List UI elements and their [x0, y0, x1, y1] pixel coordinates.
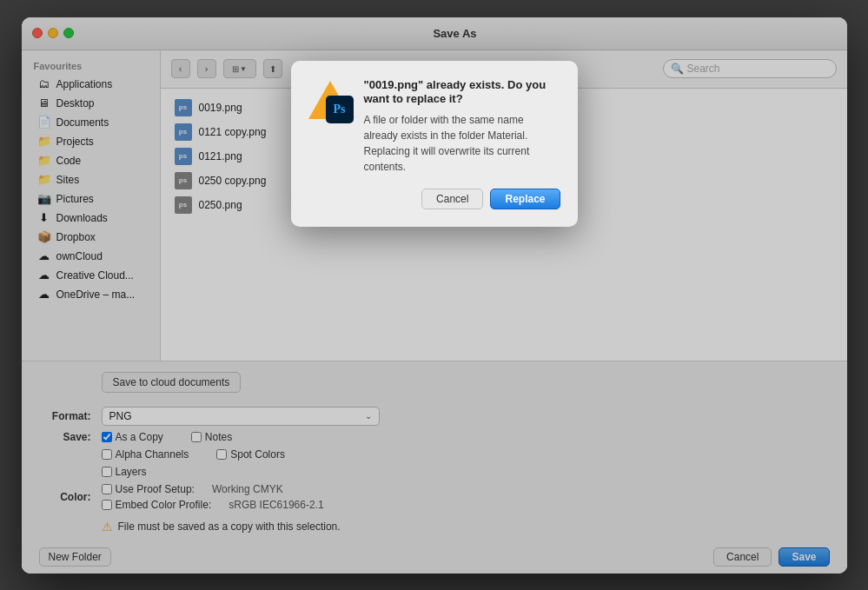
dialog-replace-button[interactable]: Replace [490, 189, 560, 209]
photoshop-badge-icon: Ps [326, 96, 354, 123]
dialog-header: Ps "0019.png" already exists. Do you wan… [308, 78, 560, 176]
dialog-icon-container: Ps [308, 78, 352, 122]
dialog-message: A file or folder with the same name alre… [364, 112, 560, 175]
dialog-overlay: Ps "0019.png" already exists. Do you wan… [22, 17, 847, 573]
dialog-cancel-button[interactable]: Cancel [421, 189, 483, 209]
dialog-buttons: Cancel Replace [308, 189, 560, 209]
dialog-body: "0019.png" already exists. Do you want t… [364, 78, 560, 176]
replace-dialog: Ps "0019.png" already exists. Do you wan… [291, 61, 578, 228]
save-as-window: Save As Favourites 🗂 Applications 🖥 Desk… [22, 17, 847, 573]
dialog-title: "0019.png" already exists. Do you want t… [364, 78, 560, 108]
